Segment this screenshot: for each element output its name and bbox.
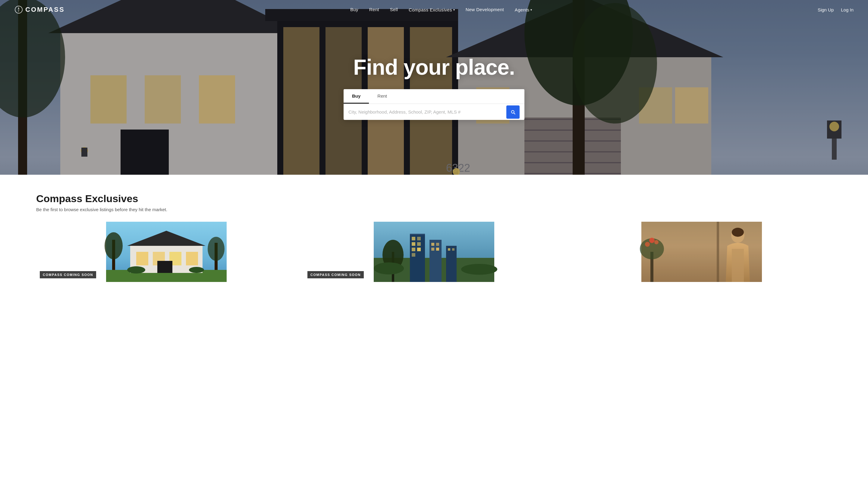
svg-point-62 xyxy=(208,237,224,261)
search-input[interactable] xyxy=(348,104,506,120)
svg-rect-99 xyxy=(641,222,762,282)
svg-rect-80 xyxy=(436,248,439,251)
logo[interactable]: COMPASS xyxy=(14,5,65,14)
svg-rect-54 xyxy=(136,252,148,265)
svg-rect-72 xyxy=(417,242,421,246)
svg-rect-67 xyxy=(410,234,425,282)
exclusives-dropdown-arrow: ▾ xyxy=(453,8,455,11)
search-container: Buy Rent xyxy=(344,89,524,120)
search-tabs: Buy Rent xyxy=(344,89,524,104)
svg-marker-2 xyxy=(18,10,19,13)
svg-rect-68 xyxy=(410,234,425,235)
auth-buttons: Sign Up Log In xyxy=(818,7,854,12)
svg-rect-76 xyxy=(430,240,441,282)
exclusives-cards: COMPASS COMING SOON xyxy=(36,222,832,282)
card-1-image: COMPASS COMING SOON xyxy=(36,222,297,282)
card-3-image xyxy=(571,222,832,282)
hero-title: Find your place. xyxy=(353,55,515,79)
svg-rect-71 xyxy=(412,242,415,246)
nav-item-new-development[interactable]: New Development xyxy=(466,7,504,12)
svg-rect-79 xyxy=(431,248,434,251)
nav-item-buy[interactable]: Buy xyxy=(350,7,358,12)
svg-rect-77 xyxy=(431,243,434,246)
svg-rect-82 xyxy=(448,248,450,251)
search-icon xyxy=(510,109,516,115)
property-card-1[interactable]: COMPASS COMING SOON xyxy=(36,222,297,282)
svg-rect-73 xyxy=(412,248,415,251)
svg-rect-69 xyxy=(412,237,415,240)
svg-rect-70 xyxy=(417,237,421,240)
nav-item-agents[interactable]: Agents ▾ xyxy=(515,7,532,12)
card-1-badge: COMPASS COMING SOON xyxy=(40,271,96,278)
login-link[interactable]: Log In xyxy=(841,7,854,12)
card-2-image: COMPASS COMING SOON xyxy=(304,222,564,282)
signup-link[interactable]: Sign Up xyxy=(818,7,834,12)
tab-rent[interactable]: Rent xyxy=(369,89,396,104)
nav-item-sell[interactable]: Sell xyxy=(390,7,398,12)
card-3-visual xyxy=(571,222,832,282)
svg-rect-81 xyxy=(446,246,457,282)
svg-point-64 xyxy=(189,267,204,273)
logo-text: COMPASS xyxy=(25,6,65,13)
property-card-3[interactable] xyxy=(571,222,832,282)
svg-point-60 xyxy=(104,232,123,259)
card-2-badge: COMPASS COMING SOON xyxy=(307,271,364,278)
svg-rect-83 xyxy=(452,248,455,251)
navbar: COMPASS Buy Rent Sell Compass Exclusives… xyxy=(0,0,868,19)
nav-links: Buy Rent Sell Compass Exclusives ▾ New D… xyxy=(350,7,532,12)
nav-item-rent[interactable]: Rent xyxy=(369,7,379,12)
svg-rect-58 xyxy=(157,261,173,273)
exclusives-title: Compass Exclusives xyxy=(36,193,832,204)
svg-rect-74 xyxy=(417,248,421,251)
search-button[interactable] xyxy=(506,105,520,119)
exclusives-subtitle: Be the first to browse exclusive listing… xyxy=(36,207,832,212)
search-input-row xyxy=(344,104,524,120)
svg-rect-75 xyxy=(412,253,415,257)
svg-point-86 xyxy=(374,262,404,274)
tab-buy[interactable]: Buy xyxy=(344,89,369,104)
nav-item-exclusives[interactable]: Compass Exclusives ▾ xyxy=(409,7,455,12)
svg-rect-57 xyxy=(186,252,198,265)
svg-rect-78 xyxy=(436,243,439,246)
exclusives-section: Compass Exclusives Be the first to brows… xyxy=(0,175,868,294)
exclusives-header: Compass Exclusives Be the first to brows… xyxy=(36,193,832,212)
hero-content: Find your place. Buy Rent xyxy=(0,0,868,175)
svg-marker-1 xyxy=(18,7,19,10)
hero-section: 6322 xyxy=(0,0,868,175)
property-card-2[interactable]: COMPASS COMING SOON xyxy=(304,222,564,282)
svg-point-63 xyxy=(127,266,145,273)
svg-point-87 xyxy=(461,264,497,275)
agents-dropdown-arrow: ▾ xyxy=(530,8,532,11)
